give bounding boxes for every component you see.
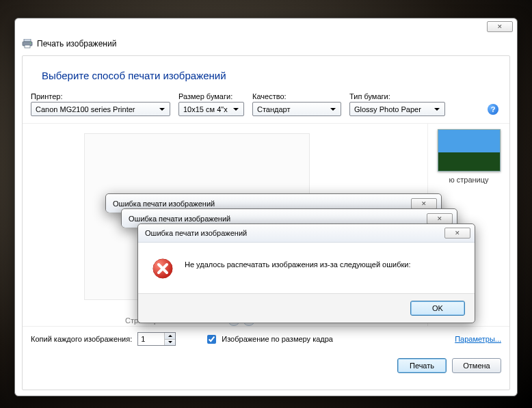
parameters-link[interactable]: Параметры... [455, 335, 501, 343]
svg-rect-2 [25, 45, 30, 48]
fit-frame-checkbox[interactable] [207, 335, 216, 344]
error-title: Ошибка печати изображений [113, 200, 215, 208]
error-ok-button[interactable]: OK [410, 301, 465, 316]
chevron-down-icon [230, 104, 241, 114]
printer-value: Canon MG2100 series Printer [36, 105, 135, 113]
copies-spinner[interactable] [137, 332, 176, 346]
quality-value: Стандарт [257, 105, 291, 113]
copies-down-button[interactable] [165, 340, 175, 346]
error-title: Ошибка печати изображений [129, 215, 230, 223]
paper-type-label: Тип бумаги: [349, 92, 445, 100]
help-icon[interactable]: ? [488, 104, 498, 115]
error-title: Ошибка печати изображений [145, 229, 247, 237]
chevron-down-icon [328, 104, 338, 114]
paper-size-label: Размер бумаги: [178, 92, 244, 100]
quality-label: Качество: [252, 92, 341, 100]
printer-combo[interactable]: Canon MG2100 series Printer [31, 102, 170, 116]
app-title-row: Печать изображений [22, 36, 510, 55]
quality-combo[interactable]: Стандарт [252, 102, 341, 116]
copies-label: Копий каждого изображения: [31, 335, 132, 343]
error-close-button[interactable]: ✕ [427, 213, 453, 224]
print-button[interactable]: Печать [397, 358, 447, 373]
paper-size-combo[interactable]: 10x15 см 4"x [178, 102, 244, 116]
app-title: Печать изображений [37, 39, 116, 49]
footer-row: Копий каждого изображения: Изображение п… [23, 326, 509, 351]
layout-thumbnail[interactable] [438, 129, 501, 172]
cancel-button[interactable]: Отмена [452, 358, 501, 373]
paper-type-combo[interactable]: Glossy Photo Paper [349, 102, 445, 116]
printer-icon [22, 39, 33, 49]
error-message: Не удалось распечатать изображения из-за… [185, 258, 411, 269]
chevron-down-icon [431, 104, 442, 114]
paper-size-value: 10x15 см 4"x [183, 105, 228, 113]
copies-input[interactable] [138, 333, 164, 345]
page-heading: Выберите способ печати изображений [42, 70, 509, 81]
svg-rect-0 [24, 39, 31, 42]
options-row: Принтер: Canon MG2100 series Printer Раз… [23, 92, 509, 124]
window-titlebar: ✕ [15, 18, 517, 35]
layout-thumbnail-label: ю страницу [449, 176, 488, 184]
error-dialog: Ошибка печати изображений ✕ Не удалось р… [137, 223, 475, 323]
error-icon [152, 258, 174, 280]
svg-point-3 [30, 42, 31, 44]
copies-up-button[interactable] [165, 333, 175, 340]
printer-label: Принтер: [31, 92, 170, 100]
fit-frame-label: Изображение по размеру кадра [222, 335, 333, 343]
chevron-down-icon [157, 104, 167, 114]
paper-type-value: Glossy Photo Paper [354, 105, 421, 113]
window-close-button[interactable]: ✕ [487, 21, 513, 32]
error-close-button[interactable]: ✕ [411, 198, 437, 209]
error-close-button[interactable]: ✕ [444, 228, 470, 239]
